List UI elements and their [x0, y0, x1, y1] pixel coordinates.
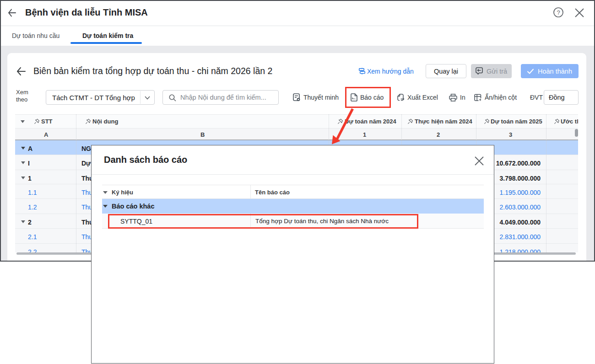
- svg-text:?: ?: [557, 9, 560, 16]
